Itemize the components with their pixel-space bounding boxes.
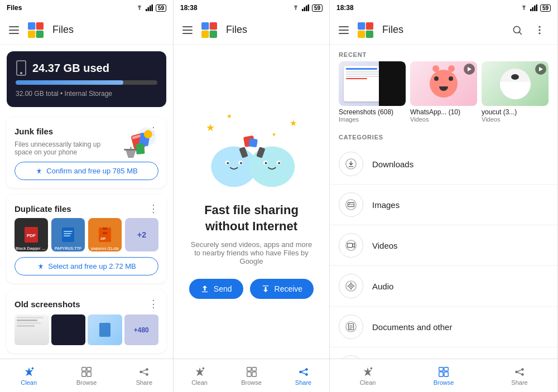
duplicate-menu-btn[interactable]: ⋮: [148, 202, 158, 215]
svg-rect-20: [62, 228, 74, 242]
audio-category-icon: [345, 280, 357, 292]
svg-rect-43: [201, 30, 209, 37]
screenshots-menu-btn[interactable]: ⋮: [148, 298, 158, 310]
video-category-icon: [345, 239, 357, 251]
svg-rect-2: [150, 6, 151, 11]
more-options-button[interactable]: [531, 21, 549, 39]
svg-rect-31: [87, 367, 91, 370]
wifi-icon-2: [292, 5, 300, 11]
app-logo-2: [201, 22, 217, 38]
videos-icon-circle: [339, 233, 363, 258]
recent-item-screenshots[interactable]: Screenshots (608) Images: [339, 61, 406, 123]
category-videos[interactable]: Videos: [330, 225, 557, 266]
svg-text:★: ★: [206, 123, 215, 134]
svg-rect-40: [307, 4, 309, 11]
nav-browse-1[interactable]: Browse: [57, 359, 115, 392]
svg-point-52: [227, 162, 229, 164]
category-downloads-label: Downloads: [372, 159, 413, 169]
menu-button-3[interactable]: [339, 26, 349, 34]
svg-point-98: [346, 322, 356, 332]
app-logo-1: [28, 22, 44, 38]
menu-button-1[interactable]: [9, 26, 19, 34]
category-downloads[interactable]: Downloads: [330, 144, 557, 185]
file-thumb-pdf: PDF Black Dagger B...: [15, 218, 48, 251]
top-bar-icons-3: [508, 21, 549, 39]
wifi-icon-1: [136, 5, 143, 11]
recent-item-whatsapp[interactable]: WhatsApp... (10) Videos: [410, 61, 477, 123]
top-bar-3: Files: [330, 16, 557, 45]
svg-rect-26: [103, 230, 107, 232]
recent-scroll: Screenshots (608) Images: [330, 61, 557, 127]
images-icon-circle: [339, 192, 363, 217]
svg-point-34: [146, 368, 149, 371]
wifi-icon-3: [520, 5, 528, 11]
nav-clean-2[interactable]: Clean: [174, 359, 225, 392]
svg-marker-86: [468, 67, 472, 71]
app-title-3: Files: [382, 24, 499, 36]
ss-thumb-more: +480: [124, 314, 159, 345]
bottom-nav-1: Clean Browse Share: [0, 359, 173, 392]
file-thumb-more: +2: [125, 218, 158, 251]
recent-item-youcut[interactable]: youcut (3...) Videos: [482, 61, 549, 123]
nav-share-3[interactable]: Share: [482, 359, 557, 392]
share-panel: 18:38 59 Files ★ ★ ★ ★: [174, 0, 330, 392]
category-documents[interactable]: Documents and other: [330, 307, 557, 347]
svg-rect-110: [444, 367, 448, 370]
share-buttons: Send Receive: [189, 279, 314, 299]
clean-panel: Files 59 Files 24.37 GB used: [0, 0, 174, 392]
category-apps[interactable]: Apps: [330, 347, 557, 359]
svg-point-58: [278, 162, 280, 164]
app-title-2: Files: [226, 24, 320, 36]
svg-text:★: ★: [290, 119, 297, 128]
svg-rect-6: [28, 30, 35, 37]
share-nav-icon-2: [297, 366, 310, 378]
svg-rect-78: [366, 22, 373, 30]
svg-point-114: [521, 373, 524, 376]
svg-text:★: ★: [272, 132, 276, 138]
nav-browse-2[interactable]: Browse: [225, 359, 277, 392]
svg-rect-4: [28, 22, 35, 30]
category-audio[interactable]: Audio: [330, 266, 557, 307]
nav-share-label-3: Share: [511, 379, 527, 386]
browse-panel: 18:38 59 Files: [330, 0, 558, 392]
nav-clean-1[interactable]: Clean: [0, 359, 57, 392]
bottom-nav-3: Clean Browse Share: [330, 359, 557, 392]
search-button[interactable]: [508, 21, 526, 39]
nav-browse-3[interactable]: Browse: [406, 359, 482, 392]
svg-point-54: [249, 147, 295, 187]
ss-more-count: +480: [134, 326, 149, 334]
nav-share-2[interactable]: Share: [277, 359, 329, 392]
browse-nav-icon-1: [80, 366, 93, 378]
nav-browse-label-2: Browse: [241, 379, 262, 386]
nav-share-1[interactable]: Share: [116, 359, 173, 392]
doc-icon: [62, 228, 74, 242]
svg-point-9: [20, 72, 22, 74]
svg-rect-80: [366, 30, 373, 37]
bottom-nav-2: Clean Browse Share: [174, 359, 329, 392]
nav-clean-3[interactable]: Clean: [330, 359, 406, 392]
select-free-up-btn[interactable]: Select and free up 2.72 MB: [15, 257, 158, 275]
category-documents-label: Documents and other: [372, 322, 452, 332]
zip-icon: ZIP: [99, 228, 111, 242]
file-thumb-doc: PAPYRUS.TTF: [51, 218, 85, 251]
top-bar-2: Files: [174, 16, 329, 45]
svg-rect-79: [358, 30, 365, 37]
sparkle-nav-icon-2: [194, 366, 206, 378]
svg-rect-76: [536, 4, 537, 11]
svg-rect-37: [302, 9, 304, 11]
svg-point-84: [538, 29, 540, 31]
svg-point-83: [538, 26, 540, 27]
category-images[interactable]: Images: [330, 185, 557, 225]
storage-total: 32.00 GB total • Internal Storage: [16, 90, 112, 98]
svg-point-70: [305, 368, 308, 371]
storage-card: 24.37 GB used 32.00 GB total • Internal …: [7, 51, 166, 107]
svg-rect-7: [36, 30, 44, 37]
receive-button[interactable]: Receive: [250, 279, 314, 299]
menu-button-2[interactable]: [182, 26, 193, 34]
send-button[interactable]: Send: [189, 279, 243, 299]
nav-share-label-1: Share: [136, 379, 152, 386]
svg-point-115: [515, 370, 518, 373]
recent-item-sub-whatsapp: Videos: [410, 116, 477, 123]
svg-rect-69: [252, 372, 256, 376]
storage-bar-fill: [16, 80, 123, 85]
